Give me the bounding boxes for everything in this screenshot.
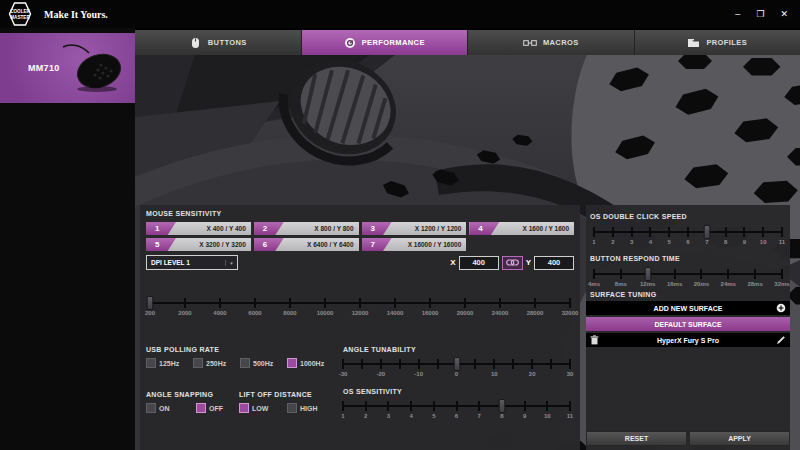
angle-snapping-title: ANGLE SNAPPING: [146, 391, 213, 398]
dpi-y-input[interactable]: 400: [534, 256, 574, 270]
tab-macros[interactable]: MACROS: [468, 30, 635, 55]
reset-button[interactable]: RESET: [586, 431, 687, 446]
slider-tick: [289, 298, 291, 308]
slider-tick: [569, 359, 571, 369]
slider-tick: [700, 269, 702, 279]
slider-tick-label: 11: [567, 413, 573, 419]
device-tile-mm710[interactable]: MM710: [0, 33, 135, 103]
add-new-surface-button[interactable]: ADD NEW SURFACE: [586, 301, 790, 315]
edit-pencil-icon[interactable]: [776, 335, 786, 345]
button-respond-time-slider[interactable]: 4ms8ms12ms16ms20ms24ms28ms32ms: [594, 266, 782, 290]
slider-tick: [437, 359, 439, 369]
checkbox-250hz[interactable]: [193, 358, 203, 368]
slider-tick-label: -30: [339, 371, 348, 377]
option-off[interactable]: OFF: [196, 403, 223, 413]
dpi-level-2[interactable]: 2X 800 / Y 800: [254, 222, 359, 235]
option-125hz[interactable]: 125Hz: [146, 358, 193, 368]
slider-tick: [569, 401, 571, 411]
option-label: ON: [159, 405, 170, 412]
slider-tick-label: 6: [686, 239, 689, 245]
checkbox-off[interactable]: [196, 403, 206, 413]
dpi-level-1[interactable]: 1X 400 / Y 400: [146, 222, 251, 235]
slider-handle[interactable]: [498, 399, 505, 413]
slider-tick: [781, 269, 783, 279]
slider-tick-label: 14000: [387, 310, 404, 316]
surface-tuning-title: SURFACE TUNING: [590, 291, 656, 298]
apply-button[interactable]: APPLY: [689, 431, 790, 446]
slider-tick: [550, 359, 552, 369]
slider-handle[interactable]: [453, 357, 460, 371]
dpi-x-input[interactable]: 400: [459, 256, 499, 270]
performance-content: MOUSE SENSITIVITY 1X 400 / Y 4002X 800 /…: [135, 55, 800, 450]
surface-list: ADD NEW SURFACE DEFAULT SURFACE: [586, 301, 790, 349]
add-surface-icon[interactable]: [776, 303, 786, 313]
option-500hz[interactable]: 500Hz: [240, 358, 287, 368]
slider-tick: [456, 401, 458, 411]
add-new-surface-label: ADD NEW SURFACE: [654, 305, 723, 312]
slider-tick-label: 32000: [562, 310, 579, 316]
sensitivity-panel: MOUSE SENSITIVITY 1X 400 / Y 4002X 800 /…: [140, 205, 580, 450]
dpi-level-6[interactable]: 6X 6400 / Y 6400: [254, 238, 359, 251]
slider-tick-label: 0: [455, 371, 458, 377]
slider-tick-label: 6000: [248, 310, 261, 316]
checkbox-high[interactable]: [287, 403, 297, 413]
link-xy-icon[interactable]: [502, 256, 523, 270]
slider-tick: [387, 401, 389, 411]
dpi-level-number: 6: [263, 240, 267, 249]
slider-tick: [184, 298, 186, 308]
mouse-icon: [189, 37, 202, 49]
slider-tick-label: 3: [630, 239, 633, 245]
checkbox-on[interactable]: [146, 403, 156, 413]
slider-tick: [674, 269, 676, 279]
dpi-level-value: X 6400 / Y 6400: [307, 241, 353, 248]
tab-performance[interactable]: PERFORMANCE: [302, 30, 469, 55]
dpi-slider[interactable]: 2002000400060008000100001200014000160002…: [150, 295, 570, 319]
surface-hyperx-fury-s-pro[interactable]: HyperX Fury S Pro: [586, 333, 790, 347]
checkbox-125hz[interactable]: [146, 358, 156, 368]
slider-tick: [649, 227, 651, 237]
dpi-level-number: 4: [478, 224, 482, 233]
tab-label: PERFORMANCE: [362, 38, 425, 47]
profiles-icon: [687, 38, 700, 48]
slider-tick-label: 10: [491, 371, 498, 377]
tab-buttons[interactable]: BUTTONS: [135, 30, 302, 55]
dpi-level-number: 5: [155, 240, 159, 249]
titlebar: COOLER MASTER Make It Yours. – ❐ ✕: [0, 0, 800, 28]
maximize-button[interactable]: ❐: [756, 10, 764, 19]
dpi-level-5[interactable]: 5X 3200 / Y 3200: [146, 238, 251, 251]
trash-icon[interactable]: [590, 335, 599, 345]
tab-profiles[interactable]: PROFILES: [635, 30, 800, 55]
dpi-level-7[interactable]: 7X 16000 / Y 16000: [362, 238, 467, 251]
dpi-level-dropdown[interactable]: DPI LEVEL 1 ▾: [146, 255, 238, 270]
slider-tick-label: 1: [341, 413, 344, 419]
os-sensitivity-slider[interactable]: 1234567891011: [343, 398, 570, 422]
surface-default[interactable]: DEFAULT SURFACE: [586, 317, 790, 331]
dpi-level-4[interactable]: 4X 1600 / Y 1600: [469, 222, 574, 235]
checkbox-1000hz[interactable]: [287, 358, 297, 368]
slider-tick: [727, 269, 729, 279]
close-button[interactable]: ✕: [780, 10, 788, 19]
slider-tick-label: 16ms: [667, 281, 682, 287]
slider-tick-label: 200: [145, 310, 155, 316]
option-low[interactable]: LOW: [239, 403, 287, 413]
slider-tick: [359, 298, 361, 308]
os-double-click-speed-slider[interactable]: 1234567891011: [594, 224, 782, 248]
os-surface-panel: OS DOUBLE CLICK SPEED 1234567891011 BUTT…: [586, 205, 790, 450]
slider-tick-label: 10: [760, 239, 767, 245]
option-250hz[interactable]: 250Hz: [193, 358, 240, 368]
slider-handle[interactable]: [703, 225, 710, 239]
option-on[interactable]: ON: [146, 403, 196, 413]
option-high[interactable]: HIGH: [287, 403, 318, 413]
slider-tick: [464, 298, 466, 308]
slider-tick: [524, 401, 526, 411]
slider-handle[interactable]: [644, 267, 651, 281]
slider-tick-label: 12000: [352, 310, 369, 316]
checkbox-low[interactable]: [239, 403, 249, 413]
minimize-button[interactable]: –: [735, 10, 740, 19]
slider-tick-label: 7: [478, 413, 481, 419]
option-1000hz[interactable]: 1000Hz: [287, 358, 324, 368]
slider-handle[interactable]: [147, 296, 154, 310]
angle-tunability-slider[interactable]: -30-20-100102030: [343, 356, 570, 380]
checkbox-500hz[interactable]: [240, 358, 250, 368]
dpi-level-3[interactable]: 3X 1200 / Y 1200: [362, 222, 467, 235]
